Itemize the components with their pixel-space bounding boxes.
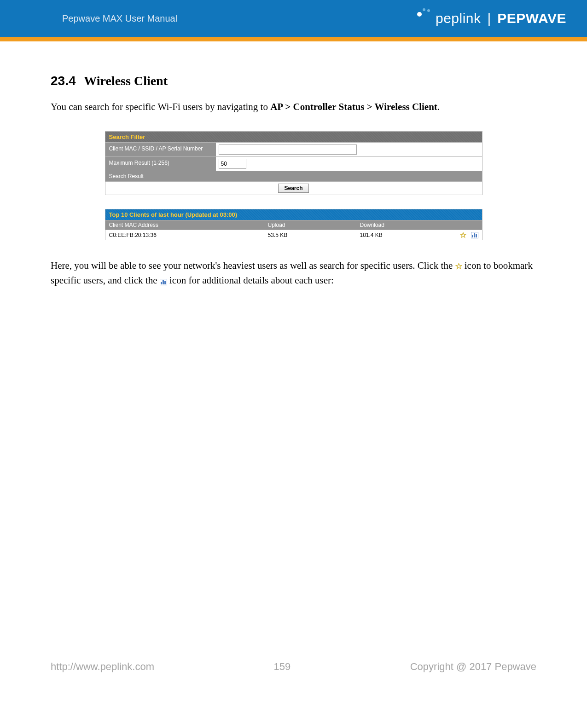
brand-dots-icon [417,8,434,17]
section-heading: 23.4 Wireless Client [51,74,536,88]
page-footer: http://www.peplink.com 159 Copyright @ 2… [0,661,587,673]
explain-part1: Here, you will be able to see your netwo… [51,260,455,271]
col-header-actions [450,222,478,228]
search-button[interactable]: Search [278,184,308,193]
top-clients-panel: Top 10 Clients of last hour (Updated at … [105,209,482,240]
row-field-mac [216,143,482,156]
chart-icon [160,279,167,285]
nav-path: AP > Controller Status > Wireless Client [270,101,437,112]
cell-mac: C0:EE:FB:20:13:36 [109,232,268,238]
max-result-input[interactable] [219,159,246,169]
star-icon [455,260,462,266]
brand-peplink: peplink [436,11,481,26]
cell-upload: 53.5 KB [268,232,360,238]
row-label-max: Maximum Result (1-256) [105,157,216,171]
search-filter-panel: Search Filter Client MAC / SSID / AP Ser… [105,131,482,195]
explain-paragraph: Here, you will be able to see your netwo… [51,259,536,288]
cell-download: 101.4 KB [360,232,450,238]
top-clients-columns: Client MAC Address Upload Download [105,220,482,230]
search-filter-row-max: Maximum Result (1-256) [105,156,482,171]
search-filter-row-mac: Client MAC / SSID / AP Serial Number [105,142,482,156]
section-title: Wireless Client [84,74,168,88]
mac-ssid-input[interactable] [219,144,357,155]
top-clients-title: Top 10 Clients of last hour (Updated at … [105,209,482,220]
cell-actions [450,231,478,238]
col-header-mac: Client MAC Address [109,222,268,228]
accent-bar [0,37,587,41]
manual-title: Pepwave MAX User Manual [62,13,177,24]
intro-prefix: You can search for specific Wi-Fi users … [51,101,270,112]
search-button-row: Search [105,181,482,195]
footer-copyright: Copyright @ 2017 Pepwave [410,661,536,673]
col-header-upload: Upload [268,222,360,228]
brand-separator: | [485,11,494,26]
search-result-label: Search Result [105,171,482,181]
col-header-download: Download [360,222,450,228]
row-field-max [216,157,482,171]
footer-url: http://www.peplink.com [51,661,154,673]
intro-paragraph: You can search for specific Wi-Fi users … [51,101,536,113]
row-label-mac: Client MAC / SSID / AP Serial Number [105,143,216,156]
search-filter-title: Search Filter [105,132,482,142]
screenshot-panels: Search Filter Client MAC / SSID / AP Ser… [105,131,482,240]
explain-part3: icon for additional details about each u… [169,275,334,286]
section-number: 23.4 [51,74,76,88]
table-row: C0:EE:FB:20:13:36 53.5 KB 101.4 KB [105,230,482,240]
doc-header: Pepwave MAX User Manual peplink | PEPWAV… [0,0,587,37]
chart-icon[interactable] [471,232,478,238]
star-icon[interactable] [460,232,466,238]
brand-pepwave: PEPWAVE [497,11,566,26]
brand-logo: peplink | PEPWAVE [417,11,566,26]
intro-suffix: . [437,101,440,112]
page-content: 23.4 Wireless Client You can search for … [0,41,587,288]
page-number: 159 [273,661,291,673]
